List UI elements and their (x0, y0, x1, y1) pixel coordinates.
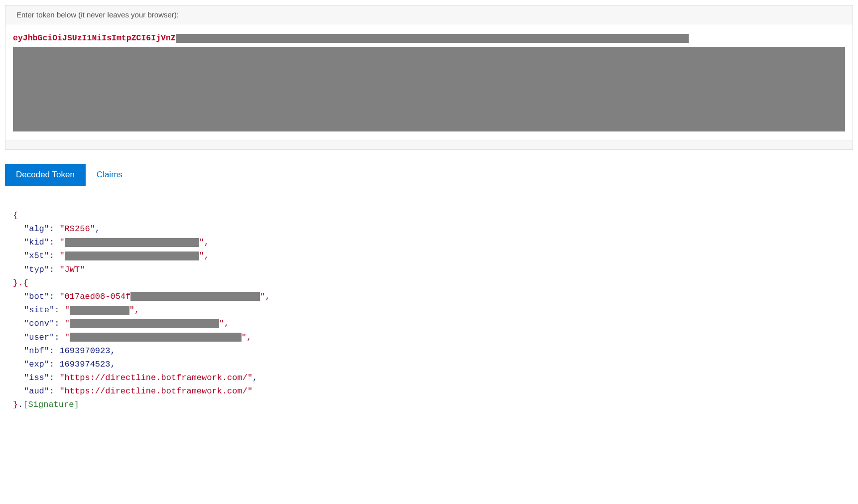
redacted-block (70, 319, 219, 328)
payload-conv-key: "conv" (24, 319, 54, 328)
payload-bot-val-prefix: "017aed08-054f (59, 292, 130, 301)
token-input-label: Enter token below (it never leaves your … (5, 5, 853, 24)
brace-close-open: }.{ (13, 278, 28, 288)
panel-footer (5, 140, 853, 149)
header-kid-key: "kid" (24, 238, 49, 247)
payload-iss-key: "iss" (24, 373, 49, 382)
token-input[interactable]: eyJhbGciOiJSUzI1NiIsImtpZCI6IjVnZ (5, 24, 853, 140)
payload-iss-val: "https://directline.botframework.com/" (59, 373, 252, 382)
redacted-block (70, 306, 129, 315)
payload-exp-key: "exp" (24, 360, 49, 369)
tab-claims[interactable]: Claims (86, 164, 133, 186)
payload-aud-key: "aud" (24, 386, 49, 396)
decoded-token-content: { "alg": "RS256", "kid": "", "x5t": "", … (5, 186, 853, 421)
payload-aud-val: "https://directline.botframework.com/" (59, 386, 252, 396)
signature-placeholder: [Signature] (23, 400, 79, 409)
payload-user-key: "user" (24, 333, 54, 342)
header-alg-val: "RS256" (59, 224, 95, 234)
redacted-block (176, 34, 689, 43)
redacted-block (130, 292, 260, 301)
payload-nbf-key: "nbf" (24, 346, 49, 356)
redacted-block (13, 47, 845, 131)
header-typ-key: "typ" (24, 265, 49, 274)
redacted-block (65, 238, 199, 247)
payload-exp-val: 1693974523 (59, 360, 110, 369)
token-input-panel: Enter token below (it never leaves your … (5, 5, 853, 150)
header-x5t-key: "x5t" (24, 251, 49, 260)
payload-bot-key: "bot" (24, 292, 49, 301)
token-visible-prefix: eyJhbGciOiJSUzI1NiIsImtpZCI6IjVnZ (13, 33, 176, 43)
tab-decoded-token[interactable]: Decoded Token (5, 164, 86, 186)
brace-open: { (13, 211, 18, 220)
header-alg-key: "alg" (24, 224, 49, 234)
redacted-block (65, 252, 199, 260)
header-typ-val: "JWT" (59, 265, 85, 274)
tabs: Decoded Token Claims (5, 164, 853, 186)
payload-nbf-val: 1693970923 (59, 346, 110, 356)
redacted-block (70, 333, 242, 342)
payload-site-key: "site" (24, 305, 54, 315)
